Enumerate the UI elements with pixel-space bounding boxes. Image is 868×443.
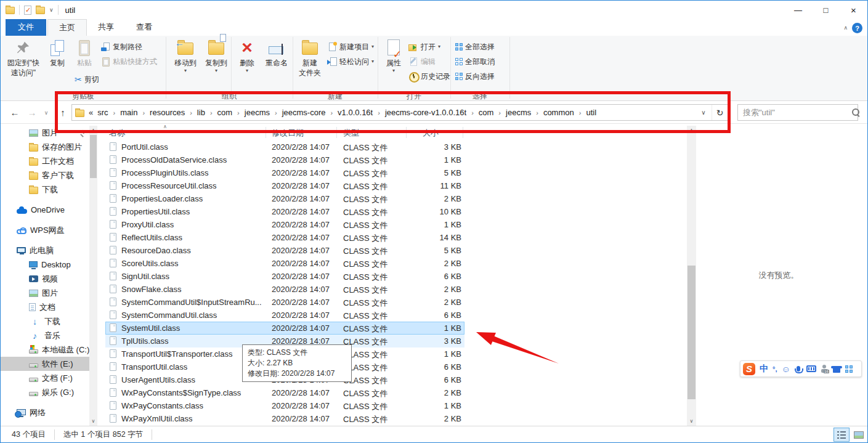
- column-divider[interactable]: [463, 127, 463, 138]
- ribbon-tab[interactable]: 主页: [47, 19, 87, 36]
- scroll-up-icon[interactable]: ∧: [89, 126, 97, 135]
- collapse-ribbon-icon[interactable]: ∧: [843, 25, 848, 31]
- sidebar-item[interactable]: 保存的图片: [1, 140, 90, 154]
- sidebar-item[interactable]: 软件 (E:): [1, 357, 90, 371]
- up-button[interactable]: ↑: [55, 101, 71, 124]
- maximize-button[interactable]: □: [812, 1, 840, 19]
- breadcrumb-segment[interactable]: resources ›: [148, 108, 196, 117]
- scrollbar-thumb[interactable]: [90, 135, 97, 178]
- sidebar-item[interactable]: 下载: [1, 182, 90, 197]
- file-row[interactable]: SystemUtil.class 2020/2/28 14:07 CLASS 文…: [105, 322, 464, 335]
- breadcrumb-segment[interactable]: common ›: [542, 108, 585, 117]
- sidebar-item[interactable]: 图片: [1, 286, 90, 300]
- properties-button[interactable]: ✓ 属性 ▾: [381, 38, 406, 89]
- details-view-button[interactable]: [834, 428, 850, 442]
- sidebar-item[interactable]: Desktop: [1, 258, 90, 272]
- sogou-logo-icon[interactable]: S: [743, 363, 755, 375]
- list-scrollbar[interactable]: ∧ ∨: [687, 126, 696, 426]
- microphone-icon[interactable]: [797, 366, 800, 372]
- ime-skin-icon[interactable]: [833, 367, 840, 373]
- sidebar-item[interactable]: 文档 (F:): [1, 371, 90, 385]
- column-header[interactable]: 修改日期: [272, 128, 304, 139]
- file-row[interactable]: PropertiesUtil.class 2020/2/28 14:07 CLA…: [105, 205, 464, 218]
- cut-button[interactable]: ✂ 剪切: [75, 73, 99, 86]
- sidebar-item[interactable]: 此电脑: [1, 243, 90, 258]
- breadcrumb-segment[interactable]: com ›: [477, 108, 505, 117]
- file-row[interactable]: ResourceDao.class 2020/2/28 14:07 CLASS …: [105, 244, 464, 257]
- scroll-down-icon[interactable]: ∨: [89, 417, 97, 426]
- sidebar-item[interactable]: 本地磁盘 (C:): [1, 343, 90, 357]
- recent-locations-chevron-icon[interactable]: ∨: [41, 101, 51, 124]
- breadcrumb-segment[interactable]: src ›: [96, 108, 119, 117]
- file-row[interactable]: PortUtil.class 2020/2/28 14:07 CLASS 文件 …: [105, 140, 464, 153]
- address-bar[interactable]: « src › main › resources ›: [71, 104, 728, 121]
- breadcrumb-segment[interactable]: com ›: [216, 108, 243, 117]
- ribbon-tab[interactable]: 共享: [87, 19, 125, 36]
- folder-icon[interactable]: [6, 7, 15, 14]
- ribbon-tab[interactable]: 文件: [6, 19, 46, 36]
- ime-menu-grid-icon[interactable]: [845, 365, 853, 373]
- sidebar-item[interactable]: 工作文档: [1, 154, 90, 168]
- column-header[interactable]: 类型: [343, 128, 359, 139]
- sidebar-scrollbar[interactable]: ∧ ∨: [89, 126, 97, 426]
- scroll-up-icon[interactable]: ∧: [687, 126, 696, 135]
- search-input[interactable]: [738, 108, 851, 117]
- breadcrumb-segment[interactable]: lib ›: [196, 108, 216, 117]
- invert-selection-button[interactable]: 反向选择: [455, 70, 495, 83]
- sidebar-item[interactable]: 网络: [1, 405, 90, 420]
- customize-toolbar-chevron-icon[interactable]: ∨: [49, 7, 54, 13]
- breadcrumb-segment[interactable]: jeecms ›: [505, 108, 542, 117]
- ribbon-tab[interactable]: 查看: [125, 19, 163, 36]
- sidebar-item[interactable]: 娱乐 (G:): [1, 385, 90, 399]
- file-row[interactable]: ProcessOldDataService.class 2020/2/28 14…: [105, 153, 464, 166]
- breadcrumb-segment[interactable]: main ›: [119, 108, 148, 117]
- file-row[interactable]: ProcessResourceUtil.class 2020/2/28 14:0…: [105, 179, 464, 192]
- file-row[interactable]: PropertiesLoader.class 2020/2/28 14:07 C…: [105, 192, 464, 205]
- file-row[interactable]: ProxyUtil.class 2020/2/28 14:07 CLASS 文件…: [105, 218, 464, 231]
- search-icon[interactable]: [851, 108, 861, 117]
- breadcrumb-segment[interactable]: jeecms ›: [243, 108, 281, 117]
- column-header[interactable]: 大小: [423, 128, 439, 139]
- move-to-button[interactable]: ← 移动到 ▾: [171, 38, 200, 89]
- select-none-button[interactable]: 全部取消: [455, 55, 495, 68]
- paste-shortcut-button[interactable]: 粘贴快捷方式: [100, 55, 157, 68]
- breadcrumb-segment[interactable]: jeecms-core ›: [281, 108, 336, 117]
- sidebar-item[interactable]: 文档: [1, 300, 90, 314]
- edit-button[interactable]: 编辑: [408, 55, 436, 68]
- file-row[interactable]: WxPayConstants$SignType.class 2020/2/28 …: [105, 386, 464, 399]
- sidebar-item[interactable]: OneDrive: [1, 203, 90, 217]
- open-button[interactable]: 打开 ▾: [408, 41, 440, 53]
- ime-punctuation-icon[interactable]: °,: [773, 365, 777, 373]
- file-row[interactable]: ProcessPluginUtils.class 2020/2/28 14:07…: [105, 166, 464, 179]
- history-button[interactable]: 历史记录: [408, 70, 450, 83]
- back-button[interactable]: ←: [7, 101, 23, 124]
- sidebar-item[interactable]: 客户下载: [1, 168, 90, 182]
- file-row[interactable]: WxPayXmlUtil.class 2020/2/28 14:07 CLASS…: [105, 412, 464, 425]
- scroll-down-icon[interactable]: ∨: [687, 417, 696, 426]
- new-folder-icon[interactable]: [36, 7, 45, 14]
- refresh-icon[interactable]: ↻: [712, 105, 728, 120]
- properties-check-icon[interactable]: ✓: [24, 6, 31, 15]
- sidebar-item[interactable]: 下载: [1, 314, 90, 328]
- scrollbar-thumb[interactable]: [688, 266, 696, 399]
- sidebar-item[interactable]: 视频: [1, 272, 90, 286]
- ime-language-mode-icon[interactable]: 中: [760, 364, 768, 375]
- column-divider[interactable]: [336, 127, 337, 138]
- file-row[interactable]: SystemCommandUtil.class 2020/2/28 14:07 …: [105, 309, 464, 322]
- breadcrumb-segment[interactable]: util ›: [585, 108, 598, 117]
- ime-account-icon[interactable]: 16: [821, 365, 829, 373]
- file-row[interactable]: SnowFlake.class 2020/2/28 14:07 CLASS 文件…: [105, 283, 464, 296]
- column-divider[interactable]: [406, 127, 407, 138]
- easy-access-button[interactable]: 轻松访问 ▾: [327, 55, 374, 68]
- new-folder-button[interactable]: 新建 文件夹: [295, 38, 325, 89]
- file-row[interactable]: WxPayConstants.class 2020/2/28 14:07 CLA…: [105, 399, 464, 412]
- new-item-button[interactable]: 新建项目 ▾: [327, 41, 374, 53]
- file-row[interactable]: SignUtil.class 2020/2/28 14:07 CLASS 文件 …: [105, 270, 464, 283]
- sidebar-item[interactable]: WPS网盘: [1, 223, 90, 237]
- emoji-icon[interactable]: ☺: [781, 364, 790, 374]
- pin-to-quick-access-button[interactable]: 固定到"快 速访问": [6, 38, 41, 89]
- thumbnail-view-button[interactable]: [851, 428, 867, 442]
- keyboard-icon[interactable]: [806, 365, 816, 372]
- breadcrumb-segment[interactable]: v1.0.0.16t ›: [336, 108, 384, 117]
- address-dropdown-icon[interactable]: ∨: [696, 109, 712, 116]
